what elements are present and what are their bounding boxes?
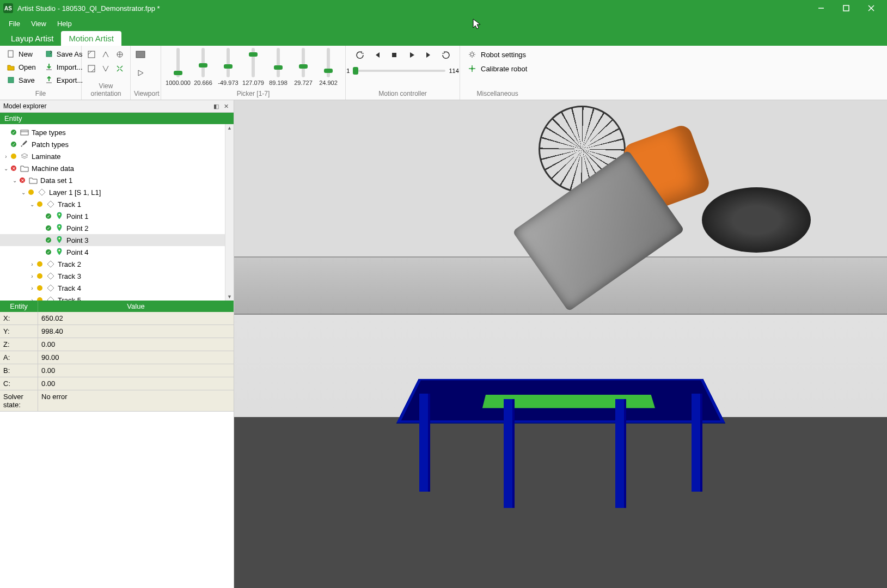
menu-help[interactable]: Help: [52, 17, 77, 30]
viewport-3d[interactable]: [234, 100, 887, 588]
status-icon: ✓: [11, 130, 16, 135]
tree-track-2[interactable]: ›Track 2: [0, 258, 234, 270]
tree-expander-icon[interactable]: ›: [28, 261, 36, 267]
open-button[interactable]: Open: [3, 61, 39, 73]
svg-point-16: [470, 53, 474, 56]
maximize-button[interactable]: [834, 0, 859, 16]
skip-end-button[interactable]: [422, 48, 436, 62]
tree-expander-icon[interactable]: ⌄: [20, 189, 27, 195]
saveas-button[interactable]: Save As: [41, 48, 86, 60]
tree-layer[interactable]: ⌄Layer 1 [S 1, L1]: [0, 186, 234, 198]
tree-expander-icon[interactable]: ›: [28, 285, 36, 291]
property-row[interactable]: C:0.00: [0, 377, 234, 390]
motion-slider[interactable]: [353, 70, 445, 72]
tree-label: Machine data: [32, 164, 74, 173]
menu-view[interactable]: View: [26, 17, 52, 30]
panel-close-button[interactable]: ✕: [222, 102, 230, 111]
viewport-play-button[interactable]: [134, 66, 147, 79]
property-row[interactable]: Solver state:No error: [0, 390, 234, 412]
app-icon: AS: [3, 3, 13, 13]
property-value[interactable]: 0.00: [38, 364, 234, 377]
view-iso1-button[interactable]: [85, 62, 98, 75]
tree-label: Track 3: [58, 272, 81, 280]
tree-expander-icon[interactable]: ⌄: [11, 177, 19, 183]
property-row[interactable]: X:650.02: [0, 312, 234, 325]
view-iso2-button[interactable]: [99, 62, 112, 75]
property-value[interactable]: 0.00: [38, 377, 234, 390]
svg-point-20: [59, 214, 60, 216]
tree-expander-icon[interactable]: ›: [28, 273, 36, 279]
property-value[interactable]: 90.00: [38, 351, 234, 364]
picker-slider-4[interactable]: 127.079: [242, 48, 265, 86]
tree-patch-types[interactable]: ✓Patch types: [0, 138, 234, 150]
menu-file[interactable]: File: [3, 17, 26, 30]
tree-expander-icon[interactable]: ⌄: [2, 166, 10, 171]
skip-start-button[interactable]: [370, 48, 384, 62]
close-button[interactable]: [859, 0, 884, 16]
tree-point-1[interactable]: ✓Point 1: [0, 210, 234, 222]
picker-slider-3[interactable]: -49.973: [217, 48, 240, 86]
tree-track-3[interactable]: ›Track 3: [0, 270, 234, 282]
status-icon: ✓: [11, 142, 16, 147]
tree-track-5[interactable]: ›Track 5: [0, 294, 234, 301]
picker-slider-2[interactable]: 20.666: [192, 48, 215, 86]
viewport-single-button[interactable]: [134, 48, 147, 61]
calibrate-robot-button[interactable]: Calibrate robot: [463, 62, 531, 75]
property-row[interactable]: B:0.00: [0, 364, 234, 377]
tree-label: Track 4: [58, 284, 81, 292]
tab-motion-artist[interactable]: Motion Artist: [61, 31, 121, 46]
property-row[interactable]: Y:998.40: [0, 325, 234, 338]
rewind-button[interactable]: [352, 48, 366, 62]
new-button[interactable]: New: [3, 48, 39, 60]
tree-label: Tape types: [32, 128, 66, 137]
loop-button[interactable]: [439, 48, 454, 62]
property-row[interactable]: Z:0.00: [0, 338, 234, 351]
save-button[interactable]: Save: [3, 74, 39, 86]
tree-tape-types[interactable]: ✓Tape types: [0, 126, 234, 138]
tree-expander-icon[interactable]: ⌄: [28, 201, 36, 207]
property-key: C:: [0, 377, 38, 390]
calibrate-icon: [468, 64, 476, 73]
property-value[interactable]: 650.02: [38, 312, 234, 324]
picker-slider-5[interactable]: 89.198: [267, 48, 290, 86]
open-icon: [7, 63, 15, 71]
property-value[interactable]: 998.40: [38, 325, 234, 338]
stop-button[interactable]: [387, 48, 401, 62]
tree-point-4[interactable]: ✓Point 4: [0, 246, 234, 258]
tab-layup-artist[interactable]: Layup Artist: [3, 31, 61, 46]
tree-expander-icon[interactable]: ›: [2, 154, 10, 160]
view-top-button[interactable]: [113, 48, 126, 61]
tree-point-3[interactable]: ✓Point 3: [0, 234, 234, 246]
tree-laminate[interactable]: ›Laminate: [0, 150, 234, 162]
tree-data-set[interactable]: ⌄✕Data set 1: [0, 174, 234, 186]
property-value[interactable]: 0.00: [38, 338, 234, 351]
picker-slider-6[interactable]: 29.727: [292, 48, 315, 86]
property-row[interactable]: A:90.00: [0, 351, 234, 364]
tree-point-2[interactable]: ✓Point 2: [0, 222, 234, 234]
model-tree[interactable]: ✓Tape types✓Patch types›Laminate⌄✕Machin…: [0, 124, 234, 301]
robot-settings-button[interactable]: Robot settings: [463, 48, 531, 61]
tree-scrollbar[interactable]: ▲ ▼: [225, 124, 234, 301]
view-fit-button[interactable]: [113, 62, 126, 75]
export-button[interactable]: Export...: [41, 74, 86, 86]
minimize-button[interactable]: [809, 0, 834, 16]
tree-expander-icon[interactable]: ›: [28, 297, 36, 301]
property-key: X:: [0, 312, 38, 324]
status-icon: [37, 285, 42, 291]
tree-track-4[interactable]: ›Track 4: [0, 282, 234, 294]
picker-slider-7[interactable]: 24.902: [317, 48, 340, 86]
svg-rect-5: [8, 77, 14, 83]
svg-rect-1: [843, 5, 849, 11]
picker-value-2: 20.666: [194, 79, 212, 86]
undock-button[interactable]: ◧: [212, 102, 221, 111]
picker-value-5: 89.198: [269, 79, 287, 86]
picker-slider-1[interactable]: 1000.000: [167, 48, 189, 86]
view-side-button[interactable]: [99, 48, 112, 61]
property-table-header: Entity Value: [0, 301, 234, 312]
import-button[interactable]: Import...: [41, 61, 86, 73]
property-value[interactable]: No error: [38, 390, 234, 411]
view-front-button[interactable]: [85, 48, 98, 61]
tree-machine-data[interactable]: ⌄✕Machine data: [0, 162, 234, 174]
play-button[interactable]: [405, 48, 419, 62]
tree-track-1[interactable]: ⌄Track 1: [0, 198, 234, 210]
